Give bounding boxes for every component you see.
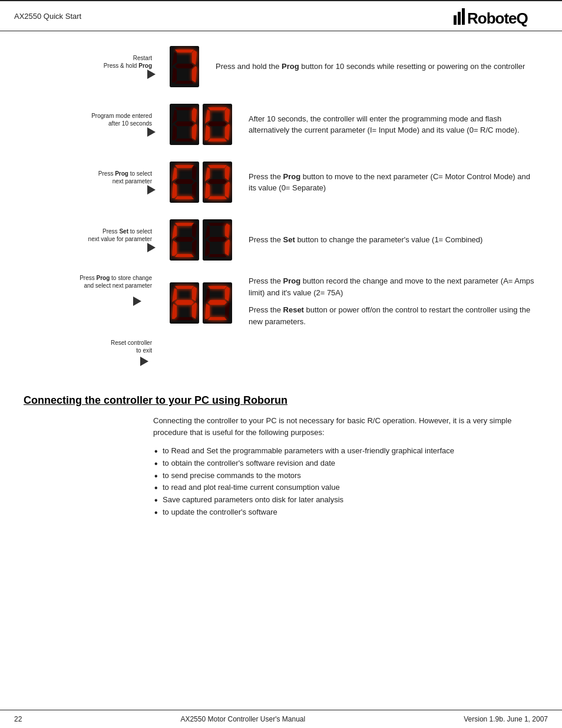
svg-marker-45 [175, 223, 194, 226]
svg-marker-51 [175, 237, 194, 242]
step-1-display [170, 46, 199, 87]
svg-marker-72 [208, 317, 227, 320]
step-3-label-line2: next parameter [98, 177, 152, 185]
page-header: AX2550 Quick Start RoboteQ [0, 0, 562, 31]
step-1-label-line1: Restart [104, 54, 152, 62]
svg-marker-5 [175, 50, 194, 52]
svg-marker-61 [175, 286, 194, 289]
connecting-body: Connecting the controller to your PC is … [24, 415, 538, 519]
step-5-display [170, 282, 232, 324]
svg-marker-16 [175, 139, 194, 141]
logo: RoboteQ [454, 5, 548, 27]
steps-section: Restart Press & hold Prog [24, 43, 538, 377]
step-4-label: Press Set to select next value for param… [24, 228, 159, 252]
step-4-display [170, 219, 232, 261]
svg-marker-48 [175, 254, 194, 257]
svg-marker-67 [175, 300, 194, 305]
step-2-label-line2: after 10 seconds [91, 120, 152, 127]
svg-marker-24 [208, 139, 227, 141]
list-item: to update the controller's software [153, 506, 538, 519]
step-3-label: Press Prog to select next parameter [24, 170, 159, 195]
step-1: Restart Press & hold Prog [24, 43, 538, 90]
list-item: to read and plot real-time current consu… [153, 482, 538, 494]
svg-text:RoboteQ: RoboteQ [467, 9, 528, 27]
svg-marker-29 [175, 165, 194, 168]
roboteq-logo: RoboteQ [454, 5, 548, 27]
footer-center-text: AX2550 Motor Controller User's Manual [180, 715, 305, 723]
svg-marker-75 [208, 300, 227, 305]
page-footer: 22 AX2550 Motor Controller User's Manual… [0, 710, 562, 728]
step-2-display [170, 104, 232, 145]
connecting-intro: Connecting the controller to your PC is … [153, 415, 538, 438]
step-5-label-line3: Reset controller [111, 339, 152, 347]
step-4-label-line1: Press Set to select [88, 228, 152, 235]
connecting-list: to Read and Set the programmable paramet… [153, 445, 538, 519]
list-item: to Read and Set the programmable paramet… [153, 445, 538, 457]
svg-marker-37 [208, 165, 227, 168]
svg-marker-21 [208, 107, 227, 110]
step-1-label: Restart Press & hold Prog [24, 54, 159, 79]
step-4-display-digit2 [203, 219, 232, 261]
step-4-description: Press the Set button to change the param… [243, 234, 538, 246]
step-2-arrow [147, 127, 156, 137]
connecting-title: Connecting the controller to your PC usi… [24, 394, 538, 407]
step-2-description: After 10 seconds, the controller will en… [243, 113, 538, 136]
step-3-arrow [147, 185, 156, 195]
svg-rect-2 [462, 8, 465, 25]
step-3-display-digit1 [170, 162, 199, 203]
footer-page-number: 22 [14, 715, 22, 723]
svg-marker-13 [175, 107, 194, 110]
step-5-arrow-top [133, 297, 141, 306]
step-3-description: Press the Prog button to move to the nex… [243, 171, 538, 194]
step-3-label-line1: Press Prog to select [98, 170, 152, 177]
svg-marker-64 [175, 317, 194, 320]
svg-marker-19 [175, 121, 194, 126]
step-2-label-line1: Program mode entered [91, 112, 152, 120]
step-2-label: Program mode entered after 10 seconds [24, 112, 159, 137]
page-content: Restart Press & hold Prog [0, 31, 562, 531]
step-3: Press Prog to select next parameter [24, 159, 538, 206]
svg-marker-59 [208, 237, 227, 242]
step-5-label-line4: to exit [111, 347, 152, 354]
step-2: Program mode entered after 10 seconds [24, 101, 538, 148]
svg-marker-69 [208, 286, 227, 289]
svg-rect-1 [458, 12, 461, 25]
svg-marker-32 [175, 196, 194, 199]
svg-marker-40 [208, 196, 227, 199]
step-1-label-line2: Press & hold Prog [104, 62, 152, 70]
header-title: AX2550 Quick Start [14, 12, 81, 21]
svg-marker-11 [175, 64, 194, 68]
step-1-display-digit [170, 46, 199, 87]
step-3-display [170, 162, 232, 203]
svg-rect-0 [454, 15, 457, 25]
step-5: Press Prog to store change and select ne… [24, 274, 538, 366]
step-5-display-digit2 [203, 282, 232, 324]
step-4: Press Set to select next value for param… [24, 216, 538, 263]
step-1-description: Press and hold the Prog button for 10 se… [210, 61, 538, 73]
step-5-label-line1: Press Prog to store change [80, 274, 152, 282]
step-5-label-line2: and select next parameter [80, 282, 152, 289]
step-2-display-digit1 [170, 104, 199, 145]
step-5-label: Press Prog to store change and select ne… [24, 274, 159, 366]
list-item: Save captured parameters onto disk for l… [153, 494, 538, 506]
svg-marker-56 [208, 254, 227, 257]
step-4-display-digit1 [170, 219, 199, 261]
step-1-arrow [147, 70, 156, 79]
list-item: to send precise commands to the motors [153, 470, 538, 482]
svg-marker-8 [175, 81, 194, 84]
list-item: to obtain the controller's software revi… [153, 457, 538, 470]
step-3-display-digit2 [203, 162, 232, 203]
svg-marker-43 [208, 179, 227, 184]
step-5-arrow-bottom [140, 357, 148, 366]
svg-marker-27 [208, 121, 227, 126]
svg-marker-53 [208, 223, 227, 226]
step-5-description: Press the Prog button record the change … [243, 274, 538, 327]
svg-marker-35 [175, 179, 194, 184]
footer-right-text: Version 1.9b. June 1, 2007 [464, 715, 548, 723]
step-4-arrow [147, 243, 156, 252]
step-5-display-digit1 [170, 282, 199, 324]
step-2-display-digit2 [203, 104, 232, 145]
step-4-label-line2: next value for parameter [88, 235, 152, 243]
connecting-section: Connecting the controller to your PC usi… [24, 394, 538, 519]
